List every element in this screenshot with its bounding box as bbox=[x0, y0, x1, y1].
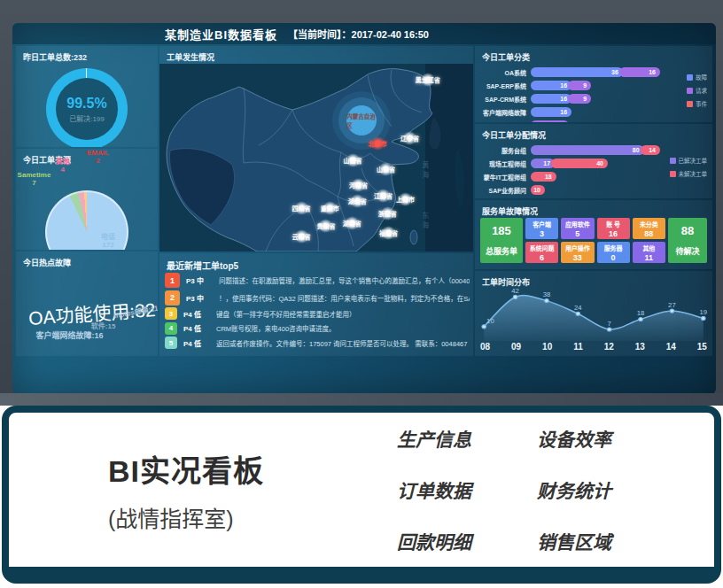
map-marker-label: 北京市 bbox=[369, 139, 387, 148]
panel-hot-faults: 今日热点故障 OA功能使用:32Inotes邮箱:11软件:15客户端网络故障:… bbox=[16, 251, 158, 356]
bar-row: 服务台组8014 bbox=[475, 144, 712, 156]
menu-item-3[interactable]: 订单数据 bbox=[397, 476, 471, 503]
map-marker-normal: 湖北省 bbox=[348, 197, 367, 205]
legend-item: 未解决工单 bbox=[670, 169, 708, 178]
bar-row: SAP-ERP系统169 bbox=[475, 80, 712, 91]
card-title: BI实况看板 bbox=[108, 447, 264, 491]
bar-track: 169 bbox=[531, 94, 591, 104]
bar-row-label: OA系统 bbox=[475, 68, 531, 77]
dashboard-columns: 昨日工单总数:232 99.5% 已解决:199 今日工单来源 电话172Sam… bbox=[16, 46, 712, 356]
fault-cell: 用户操作33 bbox=[561, 242, 594, 263]
center-column: 工单发生情况 bbox=[159, 46, 473, 356]
fault-cell: 账 号16 bbox=[597, 218, 630, 239]
legend-label: 故障 bbox=[696, 73, 707, 81]
top5-rank-badge: 2 bbox=[165, 290, 180, 306]
fault-total-cell: 185总服务单 bbox=[480, 218, 523, 263]
map-marker-label: 河南省 bbox=[349, 181, 368, 190]
bar-track: 18 bbox=[531, 172, 556, 182]
bar-segment-value: 14 bbox=[649, 147, 660, 153]
bar-row: 软件15 bbox=[475, 120, 712, 122]
bar-row-label: SAP-CRM系统 bbox=[475, 95, 531, 104]
legend-swatch bbox=[687, 101, 693, 107]
fault-cell: 服务器0 bbox=[597, 242, 630, 263]
pie-slice-value: 172 bbox=[101, 242, 115, 250]
bar-segment-value: 9 bbox=[583, 96, 591, 102]
bottom-section: BI实况看板 (战情指挥室) 生产信息设备效率订单数据财务统计回款明细销售区域 bbox=[0, 406, 723, 588]
map-marker-normal: 云南省 bbox=[292, 232, 311, 241]
source-pie-chart bbox=[45, 190, 128, 250]
bar-row: SAP业务顾问10 bbox=[475, 184, 712, 196]
bar-segment-value: 18 bbox=[545, 174, 556, 180]
bar-segment: 36 bbox=[531, 67, 623, 77]
panel-map-title: 工单发生情况 bbox=[159, 46, 473, 65]
map-marker-normal: 上海市 bbox=[396, 195, 415, 204]
resolution-donut-chart: 99.5% 已解决:199 bbox=[46, 68, 128, 147]
time-x-tick: 13 bbox=[635, 342, 645, 352]
map-marker-capital: 北京市 bbox=[369, 139, 387, 148]
menu-item-1[interactable]: 生产信息 bbox=[397, 425, 471, 452]
svg-text:42: 42 bbox=[511, 287, 519, 295]
menu-item-2[interactable]: 设备效率 bbox=[537, 425, 611, 452]
panel-fault-title: 服务单故障情况 bbox=[475, 200, 712, 219]
resolution-percent: 99.5% bbox=[66, 96, 106, 112]
pie-slice-value: 4 bbox=[56, 166, 70, 174]
panel-ticket-classify: 今日工单分类 OA系统3616SAP-ERP系统169SAP-CRM系统169客… bbox=[475, 46, 712, 122]
legend-item: 事件 bbox=[687, 99, 707, 108]
dashboard-header: 某制造业BI数据看板 【当前时间】：2017-02-40 16:50 bbox=[12, 23, 716, 44]
fault-cell-label: 系统问题 bbox=[530, 244, 555, 252]
top5-description: 问题描述：在职激励管理，激励汇总里，导这个销售中心的激励汇总，有个人（00040… bbox=[219, 275, 470, 285]
bar-track: 169 bbox=[531, 81, 591, 90]
map-marker-label: 浙江省 bbox=[378, 209, 397, 218]
top5-row: 5P4 低返回或者作废操作。文件编号：175097 询问工程师是否可以处理。 需… bbox=[165, 337, 470, 349]
fault-cell-label: 服务器 bbox=[604, 244, 623, 252]
bar-row: OA系统3616 bbox=[475, 66, 712, 78]
menu-item-6[interactable]: 销售区域 bbox=[537, 528, 611, 554]
assign-legend: 已解决工单未解决工单 bbox=[670, 156, 708, 178]
map-marker-normal: 河南省 bbox=[349, 181, 368, 190]
map-marker-label: 贵州省 bbox=[316, 221, 335, 230]
bar-track: 3616 bbox=[531, 67, 660, 77]
map-marker-label: 四川省 bbox=[292, 204, 311, 213]
bar-segment: 16 bbox=[619, 67, 660, 77]
top5-priority: P3 中 bbox=[186, 275, 213, 285]
menu-item-4[interactable]: 财务统计 bbox=[537, 476, 611, 503]
legend-label: 事件 bbox=[696, 99, 707, 108]
bar-segment: 15 bbox=[531, 120, 569, 122]
panel-top5-tickets: 最近新增工单top5 1P3 中问题描述：在职激励管理，激励汇总里，导这个销售中… bbox=[159, 253, 473, 356]
bar-row-label: 客户端网络故障 bbox=[475, 108, 531, 117]
bar-segment-value: 10 bbox=[533, 187, 545, 193]
map-marker-label: 山西省 bbox=[344, 156, 362, 165]
map-marker-normal: 山东省 bbox=[377, 165, 395, 174]
time-x-tick: 10 bbox=[542, 342, 552, 352]
china-map: 黑龙江省内蒙古自治区北京市辽宁省山西省山东省河南省江苏省上海市湖北省四川省重庆市… bbox=[159, 64, 473, 251]
right-column: 今日工单分类 OA系统3616SAP-ERP系统169SAP-CRM系统169客… bbox=[475, 46, 712, 356]
menu-item-5[interactable]: 回款明细 bbox=[397, 528, 471, 554]
fault-grid: 185总服务单客户端3应用软件5账 号16未分类88系统问题6用户操作33服务器… bbox=[480, 218, 707, 263]
dashboard-screen: 某制造业BI数据看板 【当前时间】：2017-02-40 16:50 昨日工单总… bbox=[12, 23, 716, 394]
time-x-tick: 15 bbox=[697, 342, 707, 352]
bar-segment: 18 bbox=[531, 172, 556, 182]
panel-classify-title: 今日工单分类 bbox=[475, 46, 712, 65]
top5-row: 2P3 中！，使用事务代码：QA32 问题描述：用户来电表示有一批物料，判定为不… bbox=[165, 290, 470, 306]
top5-priority: P4 低 bbox=[183, 323, 210, 333]
bar-segment-value: 16 bbox=[649, 69, 660, 75]
bar-segment-value: 16 bbox=[560, 109, 571, 115]
fault-number: 185 bbox=[492, 224, 511, 237]
top5-row: 3P4 低键盘（第一排字母不好用经常需要重启才能用） bbox=[165, 307, 470, 320]
panel-ticket-assign: 今日工单分配情况 服务台组8014现场工程师组1740蒙牛IT工程师组18SAP… bbox=[475, 124, 712, 198]
classify-bar-chart: OA系统3616SAP-ERP系统169SAP-CRM系统169客户端网络故障1… bbox=[475, 66, 712, 122]
fault-cell-value: 3 bbox=[540, 229, 544, 238]
legend-label: 已解决工单 bbox=[679, 156, 708, 165]
card-title-block: BI实况看板 (战情指挥室) bbox=[108, 447, 264, 533]
map-marker-label: 上海市 bbox=[396, 195, 415, 204]
sea-label: 黄海 bbox=[420, 161, 430, 181]
bar-segment: 80 bbox=[531, 145, 644, 155]
bar-row: SAP关键用户5 bbox=[475, 197, 712, 198]
bar-segment-value: 9 bbox=[583, 82, 591, 89]
map-marker-normal: 四川省 bbox=[292, 204, 311, 213]
card-subtitle: (战情指挥室) bbox=[108, 501, 264, 533]
panel-service-faults: 服务单故障情况 185总服务单客户端3应用软件5账 号16未分类88系统问题6用… bbox=[475, 200, 712, 269]
top5-description: 返回或者作废操作。文件编号：175097 询问工程师是否可以处理。 需联系：00… bbox=[216, 338, 470, 348]
map-marker-normal: 浙江省 bbox=[378, 209, 397, 218]
bar-segment: 16 bbox=[531, 107, 571, 117]
